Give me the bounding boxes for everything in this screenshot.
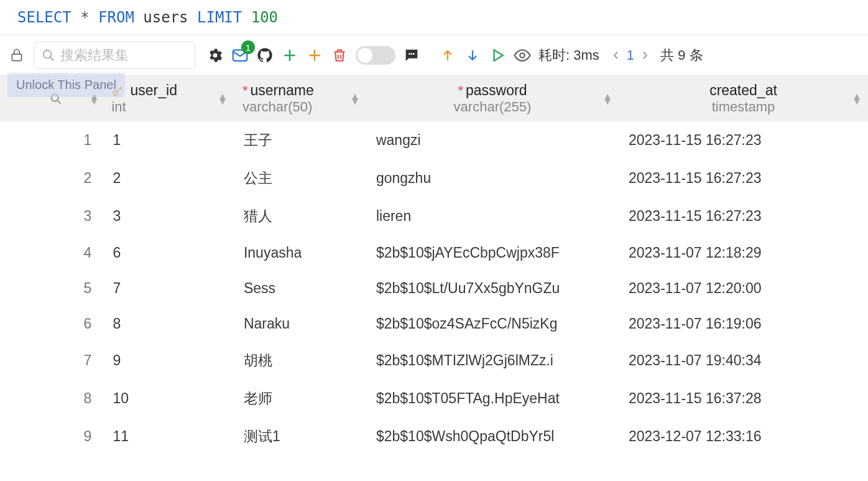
arrow-down-icon[interactable] [461, 44, 484, 67]
cell-user-id[interactable]: 11 [103, 418, 234, 455]
sort-icon: ▲▼ [218, 94, 228, 104]
trash-icon[interactable] [328, 44, 351, 67]
table-row[interactable]: 33猎人lieren2023-11-15 16:27:23 [0, 197, 868, 235]
results-table: ▲▼ user_id int ▲▼ *username varchar(50) … [0, 76, 868, 455]
cell-checkbox[interactable] [0, 342, 40, 380]
comment-icon[interactable] [400, 44, 423, 67]
cell-username[interactable]: 王子 [234, 121, 366, 159]
cell-password[interactable]: gongzhu [366, 159, 619, 197]
page-number[interactable]: 1 [627, 47, 634, 63]
sort-icon: ▲▼ [90, 94, 99, 104]
cell-checkbox[interactable] [0, 159, 40, 197]
toggle-switch[interactable] [356, 46, 395, 65]
cell-user-id[interactable]: 8 [103, 306, 234, 342]
cell-user-id[interactable]: 9 [103, 342, 234, 380]
cell-checkbox[interactable] [0, 121, 40, 159]
cell-checkbox[interactable] [0, 197, 40, 235]
cell-user-id[interactable]: 6 [103, 235, 234, 271]
cell-password[interactable]: $2b$10$oz4SAzFcC/N5izKg [366, 306, 619, 342]
cell-user-id[interactable]: 10 [103, 380, 234, 418]
results-table-wrap: ▲▼ user_id int ▲▼ *username varchar(50) … [0, 76, 868, 455]
cell-checkbox[interactable] [0, 380, 40, 418]
table-row[interactable]: 11王子wangzi2023-11-15 16:27:23 [0, 121, 868, 159]
sort-icon: ▲▼ [852, 94, 862, 104]
col-rownum[interactable]: ▲▼ [40, 76, 103, 121]
cell-username[interactable]: 老师 [234, 380, 366, 418]
total-count: 共 9 条 [660, 46, 703, 65]
cell-user-id[interactable]: 7 [103, 271, 234, 306]
col-password[interactable]: *password varchar(255) ▲▼ [366, 76, 619, 121]
cell-created-at[interactable]: 2023-11-15 16:27:23 [619, 197, 868, 235]
cell-checkbox[interactable] [0, 271, 40, 306]
cell-rownum: 1 [40, 121, 103, 159]
col-checkbox[interactable] [0, 76, 40, 121]
cell-created-at[interactable]: 2023-11-15 16:27:23 [619, 121, 868, 159]
search-placeholder: 搜索结果集 [60, 46, 129, 65]
add-column-icon[interactable] [303, 44, 326, 67]
pager: 1 [611, 47, 650, 63]
cell-rownum: 9 [40, 418, 103, 455]
cell-created-at[interactable]: 2023-11-07 16:19:06 [619, 306, 868, 342]
table-row[interactable]: 68Naraku$2b$10$oz4SAzFcC/N5izKg2023-11-0… [0, 306, 868, 342]
svg-point-8 [114, 91, 118, 95]
table-row[interactable]: 810老师$2b$10$T05FTAg.HpEyeHat2023-11-15 1… [0, 380, 868, 418]
key-icon [111, 85, 124, 98]
cell-username[interactable]: 胡桃 [234, 342, 366, 380]
cell-created-at[interactable]: 2023-12-07 12:33:16 [619, 418, 868, 455]
cell-rownum: 3 [40, 197, 103, 235]
svg-point-3 [409, 53, 410, 55]
cell-checkbox[interactable] [0, 235, 40, 271]
cell-created-at[interactable]: 2023-11-15 16:27:23 [619, 159, 868, 197]
cell-checkbox[interactable] [0, 418, 40, 455]
table-row[interactable]: 22公主gongzhu2023-11-15 16:27:23 [0, 159, 868, 197]
gear-icon[interactable] [204, 44, 226, 67]
cell-username[interactable]: 猎人 [234, 197, 366, 235]
search-icon [49, 92, 63, 106]
cell-rownum: 7 [40, 342, 103, 380]
col-username[interactable]: *username varchar(50) ▲▼ [234, 76, 366, 121]
cell-password[interactable]: $2b$10$MTIZlWj2Gj6lMZz.i [366, 342, 619, 380]
cell-password[interactable]: $2b$10$Lt/Uu7Xx5gbYnGZu [366, 271, 619, 306]
cell-username[interactable]: Inuyasha [234, 235, 366, 271]
timing-label: 耗时: 3ms [538, 46, 599, 65]
cell-password[interactable]: $2b$10$Wsh0QpaQtDbYr5l [366, 418, 619, 455]
cell-user-id[interactable]: 3 [103, 197, 234, 235]
prev-page-icon[interactable] [611, 50, 622, 61]
sql-query[interactable]: SELECT * FROM users LIMIT 100 [0, 0, 868, 35]
table-row[interactable]: 57Sess$2b$10$Lt/Uu7Xx5gbYnGZu2023-11-07 … [0, 271, 868, 306]
header-row: ▲▼ user_id int ▲▼ *username varchar(50) … [0, 76, 868, 121]
cell-created-at[interactable]: 2023-11-07 12:20:00 [619, 271, 868, 306]
cell-username[interactable]: 测试1 [234, 418, 366, 455]
cell-rownum: 2 [40, 159, 103, 197]
cell-user-id[interactable]: 2 [103, 159, 234, 197]
cell-password[interactable]: lieren [366, 197, 619, 235]
arrow-up-icon[interactable] [436, 44, 459, 67]
cell-user-id[interactable]: 1 [103, 121, 234, 159]
play-icon[interactable] [486, 44, 509, 67]
next-page-icon[interactable] [639, 50, 650, 61]
cell-username[interactable]: Naraku [234, 306, 366, 342]
search-input[interactable]: 搜索结果集 [34, 42, 195, 69]
cell-password[interactable]: $2b$10$T05FTAg.HpEyeHat [366, 380, 619, 418]
add-row-icon[interactable] [279, 44, 301, 67]
cell-created-at[interactable]: 2023-11-15 16:37:28 [619, 380, 868, 418]
cell-created-at[interactable]: 2023-11-07 12:18:29 [619, 235, 868, 271]
lock-icon[interactable] [5, 44, 29, 67]
cell-password[interactable]: wangzi [366, 121, 619, 159]
github-icon[interactable] [254, 44, 276, 67]
table-row[interactable]: 79胡桃$2b$10$MTIZlWj2Gj6lMZz.i2023-11-07 1… [0, 342, 868, 380]
svg-point-5 [413, 53, 415, 55]
eye-icon[interactable] [511, 44, 533, 67]
mail-badge: 1 [241, 40, 255, 54]
cell-rownum: 5 [40, 271, 103, 306]
col-created-at[interactable]: created_at timestamp ▲▼ [619, 76, 868, 121]
table-row[interactable]: 46Inuyasha$2b$10$jAYEcCbpCwjpx38F2023-11… [0, 235, 868, 271]
cell-username[interactable]: Sess [234, 271, 366, 306]
col-user-id[interactable]: user_id int ▲▼ [103, 76, 234, 121]
cell-username[interactable]: 公主 [234, 159, 366, 197]
table-row[interactable]: 911测试1$2b$10$Wsh0QpaQtDbYr5l2023-12-07 1… [0, 418, 868, 455]
cell-password[interactable]: $2b$10$jAYEcCbpCwjpx38F [366, 235, 619, 271]
mail-icon[interactable]: 1 [229, 44, 251, 67]
cell-checkbox[interactable] [0, 306, 40, 342]
cell-created-at[interactable]: 2023-11-07 19:40:34 [619, 342, 868, 380]
